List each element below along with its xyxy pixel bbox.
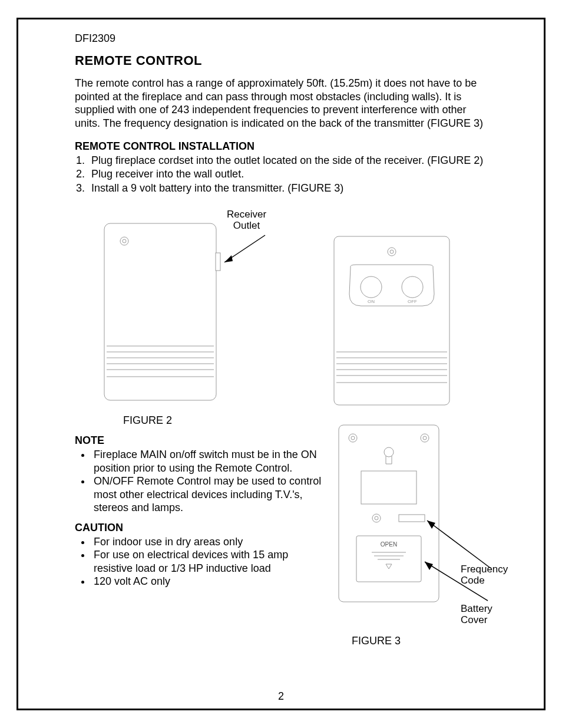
svg-point-13 [388, 248, 396, 256]
svg-rect-12 [334, 236, 449, 405]
caution-list: For indoor use in dry areas only For use… [75, 535, 322, 588]
lower-section: NOTE Fireplace MAIN on/off switch must b… [75, 434, 487, 658]
label-text: Cover [461, 614, 487, 625]
svg-point-26 [421, 434, 429, 442]
svg-marker-39 [427, 521, 435, 529]
svg-point-24 [349, 434, 357, 442]
page-frame: DFI2309 REMOTE CONTROL The remote contro… [16, 18, 546, 710]
receiver-diagram [97, 206, 286, 406]
install-heading: REMOTE CONTROL INSTALLATION [75, 140, 487, 153]
note-item: Fireplace MAIN on/off switch must be in … [91, 448, 322, 475]
caution-item: For use on electrical devices with 15 am… [91, 548, 322, 575]
svg-point-25 [351, 436, 355, 440]
caution-item: For indoor use in dry areas only [91, 535, 322, 549]
svg-rect-3 [216, 253, 220, 271]
caution-item: 120 volt AC only [91, 575, 322, 588]
model-number: DFI2309 [75, 32, 487, 45]
figure-3-caption: FIGURE 3 [352, 635, 401, 647]
section-title: REMOTE CONTROL [75, 53, 487, 68]
off-label: OFF [408, 299, 417, 304]
note-list: Fireplace MAIN on/off switch must be in … [75, 448, 322, 515]
label-text: Battery [461, 603, 492, 614]
install-step: Plug receiver into the wall outlet. [88, 167, 487, 181]
svg-rect-0 [104, 223, 216, 400]
svg-point-16 [402, 276, 423, 298]
frequency-code-label: Frequency Code [461, 564, 508, 586]
svg-rect-29 [361, 471, 416, 504]
install-steps-list: Plug fireplace cordset into the outlet l… [75, 154, 487, 195]
battery-cover-label: Battery Cover [461, 604, 492, 625]
caution-heading: CAUTION [75, 522, 322, 534]
figure-2-caption: FIGURE 2 [123, 414, 172, 427]
svg-line-38 [427, 521, 491, 568]
note-item: ON/OFF Remote Control may be used to con… [91, 475, 322, 515]
intro-paragraph: The remote control has a range of approx… [75, 77, 487, 130]
svg-marker-41 [425, 562, 433, 570]
label-text: Code [461, 575, 485, 586]
svg-point-28 [384, 447, 394, 457]
svg-marker-11 [224, 255, 233, 262]
svg-point-15 [361, 276, 382, 298]
label-text: Frequency [461, 564, 508, 575]
open-label: OPEN [381, 541, 397, 548]
page: DFI2309 REMOTE CONTROL The remote contro… [0, 0, 562, 728]
remote-front-svg: ON OFF [333, 235, 451, 406]
install-step: Plug fireplace cordset into the outlet l… [88, 154, 487, 167]
svg-point-2 [123, 239, 126, 243]
svg-point-30 [372, 514, 381, 522]
page-number: 2 [18, 690, 544, 703]
on-label: ON [368, 299, 375, 304]
figure-2-receiver [97, 206, 286, 406]
install-step: Install a 9 volt battery into the transm… [88, 182, 487, 195]
svg-rect-32 [399, 515, 425, 522]
remote-front-diagram: ON OFF [333, 235, 451, 406]
svg-marker-37 [386, 564, 392, 569]
svg-point-14 [390, 250, 394, 253]
note-heading: NOTE [75, 434, 322, 447]
notes-column: NOTE Fireplace MAIN on/off switch must b… [75, 434, 322, 588]
svg-rect-23 [339, 425, 439, 602]
svg-point-1 [120, 237, 128, 245]
svg-point-31 [375, 516, 378, 520]
svg-point-27 [423, 436, 427, 440]
figures-top-row: Receiver Outlet [75, 206, 487, 430]
